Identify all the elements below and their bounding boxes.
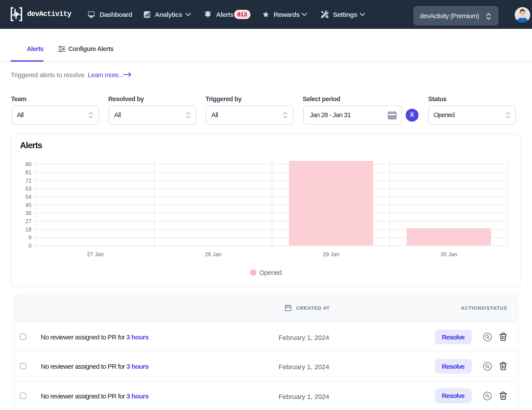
svg-text:45: 45	[25, 202, 31, 208]
svg-text:18: 18	[25, 226, 31, 233]
svg-text:63: 63	[25, 185, 31, 192]
svg-text:90: 90	[25, 161, 31, 167]
svg-text:27: 27	[25, 218, 31, 224]
svg-text:81: 81	[25, 169, 31, 176]
svg-text:0: 0	[28, 243, 31, 249]
svg-text:28 Jan: 28 Jan	[205, 251, 221, 257]
svg-text:54: 54	[25, 194, 31, 200]
svg-text:9: 9	[28, 234, 31, 241]
svg-text:27 Jan: 27 Jan	[87, 251, 104, 257]
svg-text:29 Jan: 29 Jan	[323, 251, 339, 257]
svg-text:72: 72	[25, 177, 31, 184]
svg-text:Opened: Opened	[259, 269, 282, 276]
svg-text:36: 36	[25, 210, 31, 216]
svg-text:30 Jan: 30 Jan	[441, 251, 457, 257]
